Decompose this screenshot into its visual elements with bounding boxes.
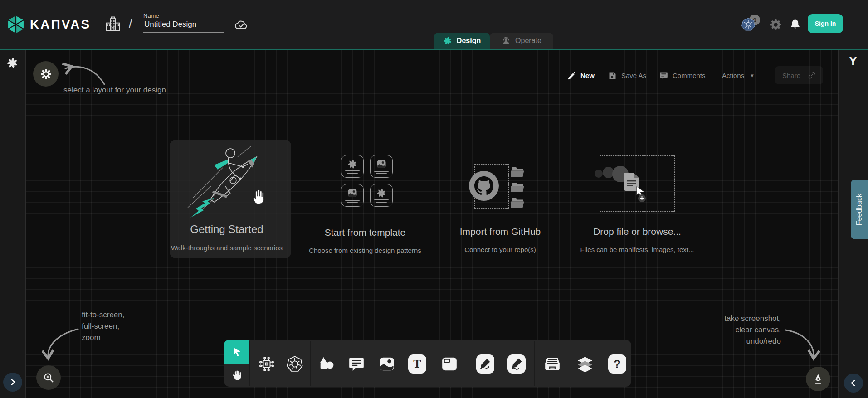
comments-bubble-icon	[659, 71, 668, 80]
tool-image[interactable]	[378, 355, 396, 373]
design-name-input[interactable]	[143, 19, 224, 33]
cloud-saved-icon	[234, 19, 249, 31]
tab-design-label: Design	[457, 37, 481, 45]
tab-operate-label: Operate	[515, 37, 541, 45]
organization-icon[interactable]	[104, 15, 122, 33]
folder-icon	[511, 166, 525, 178]
tool-pan-hand[interactable]	[224, 364, 249, 387]
tool-comment[interactable]	[347, 355, 366, 373]
feedback-label: Feedback	[855, 194, 863, 225]
share-button[interactable]: Share	[775, 66, 823, 84]
tab-design[interactable]: Design	[434, 33, 490, 49]
design-pinwheel-icon	[443, 36, 452, 45]
toolbar-separator	[534, 341, 535, 386]
tool-pencil[interactable]	[507, 355, 526, 373]
select-hand-cursor-icon	[252, 189, 268, 205]
tool-drawer[interactable]	[543, 355, 561, 373]
tools-toolbar	[224, 340, 631, 387]
image-icon	[376, 159, 387, 170]
card-subtitle-github: Connect to your repo(s)	[428, 246, 573, 253]
save-as-button[interactable]: Save As	[608, 66, 646, 84]
hand-icon	[231, 369, 243, 381]
pinwheel-icon	[376, 188, 386, 198]
image-icon	[378, 354, 396, 374]
toolbar-separator	[249, 341, 250, 386]
app-window: KAΠVAS / Name Design Operate 0 Sign In	[0, 0, 868, 398]
tool-kubernetes[interactable]	[286, 355, 304, 373]
kanvas-logo-icon	[6, 15, 26, 34]
save-as-label: Save As	[621, 72, 646, 79]
card-title-github: Import from GitHub	[437, 226, 564, 237]
comments-label: Comments	[673, 72, 706, 79]
feedback-tab[interactable]: Feedback	[851, 180, 868, 239]
drawer-archive-icon	[543, 354, 561, 374]
expand-left-panel-button[interactable]	[3, 373, 22, 392]
notifications-bell-icon[interactable]	[789, 18, 801, 30]
left-edge-panel	[0, 50, 26, 398]
tool-text[interactable]: T	[408, 355, 426, 373]
plus-badge-icon	[638, 194, 646, 202]
card-title-template: Start from template	[302, 227, 429, 238]
card-title-dropfile: Drop file or browse...	[574, 226, 701, 237]
tool-shapes[interactable]	[317, 355, 336, 373]
comment-bubble-icon	[347, 355, 366, 373]
motion-dot	[595, 170, 603, 178]
tool-custom-node[interactable]	[258, 355, 276, 373]
brand-name: KAΠVAS	[30, 17, 91, 32]
layout-selector-button[interactable]	[33, 61, 59, 87]
caret-down-icon: ▾	[751, 72, 754, 79]
view-hint-arrow	[42, 324, 82, 363]
card-subtitle-template: Choose from existing design patterns	[293, 247, 438, 254]
pinwheel-icon	[347, 159, 357, 169]
canvas-actions-button[interactable]	[806, 367, 830, 391]
canvas-hint-arrow	[783, 325, 820, 363]
actions-label: Actions	[722, 72, 744, 79]
chip-node-icon	[258, 355, 276, 373]
top-bar: KAΠVAS / Name Design Operate 0 Sign In	[0, 0, 868, 49]
tool-layers[interactable]	[576, 355, 594, 373]
tab-operate[interactable]: Operate	[490, 33, 553, 49]
card-title-getting-started: Getting Started	[163, 223, 290, 236]
new-pencil-icon	[567, 71, 576, 80]
operate-headset-icon	[502, 36, 511, 45]
new-button[interactable]: New	[567, 66, 595, 84]
zoom-button[interactable]	[36, 365, 61, 390]
tool-help[interactable]: ?	[608, 355, 626, 373]
canvas-hint-text: take screenshot, clear canvas, undo/redo	[690, 313, 781, 347]
pen-nib-icon	[812, 373, 824, 385]
settings-gear-icon[interactable]	[769, 18, 782, 31]
toolbar-separator	[468, 341, 468, 386]
card-subtitle-getting-started: Walk-throughs and sample scenarios	[154, 244, 299, 252]
breadcrumb-separator: /	[129, 16, 132, 31]
kubernetes-coin-icon[interactable]	[741, 17, 756, 32]
tool-pointer[interactable]	[224, 340, 249, 364]
layout-flower-icon	[40, 68, 52, 80]
tool-card[interactable]	[440, 355, 458, 373]
template-tile-image	[341, 184, 364, 207]
pen-path-icon	[478, 357, 493, 371]
share-link-icon	[808, 71, 816, 79]
github-octocat-icon[interactable]	[468, 170, 500, 202]
spinner-pinwheel-icon[interactable]	[6, 57, 18, 69]
text-tool-glyph: T	[413, 357, 421, 371]
toolbar-separator	[310, 341, 311, 386]
card-note-icon	[440, 354, 458, 374]
collapse-top-right-icon[interactable]: Y	[849, 54, 857, 68]
actions-dropdown[interactable]: Actions ▾	[722, 66, 754, 84]
tool-pen[interactable]	[476, 355, 494, 373]
canvas-top-accent	[0, 49, 868, 50]
kubernetes-helm-icon	[286, 355, 304, 373]
folder-icon	[511, 197, 525, 209]
sign-in-button[interactable]: Sign In	[808, 14, 843, 33]
folder-icon	[511, 181, 525, 193]
save-floppy-icon	[608, 71, 617, 80]
help-glyph: ?	[614, 358, 620, 371]
chevron-left-icon	[849, 379, 858, 388]
collapse-right-panel-button[interactable]	[844, 374, 863, 393]
template-tile-image	[370, 155, 393, 178]
comments-button[interactable]: Comments	[659, 66, 706, 84]
new-label: New	[580, 72, 595, 79]
shapes-icon	[317, 355, 336, 373]
template-tiles[interactable]	[341, 155, 393, 207]
chevron-right-icon	[8, 378, 17, 387]
